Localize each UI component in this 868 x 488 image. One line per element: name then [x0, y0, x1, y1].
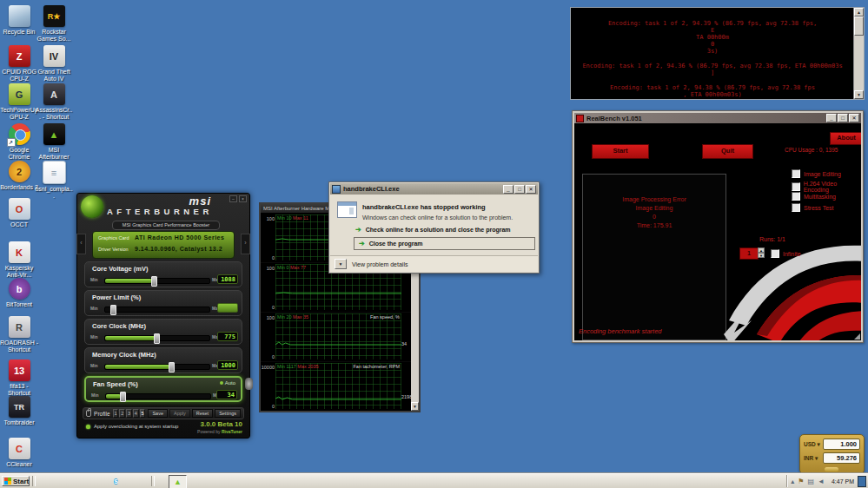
- quit-button[interactable]: Quit: [702, 144, 753, 159]
- option-label: Check online for a solution and close th…: [366, 227, 511, 233]
- desktop-icon-chrome[interactable]: ↗ Google Chrome: [0, 123, 38, 161]
- fan-auto-button[interactable]: Auto: [220, 380, 235, 386]
- currency-to-select[interactable]: INR ▾: [804, 455, 823, 462]
- minimize-icon[interactable]: –: [229, 195, 237, 202]
- power-limit-slider[interactable]: [104, 307, 210, 313]
- console-line: Encoding: task 1 of 2, 94.36 % (86.79 fp…: [571, 63, 854, 69]
- desktop-icon-label: AssassinsCr... - Shortcut: [35, 107, 73, 121]
- profile-2-button[interactable]: 2: [119, 409, 125, 418]
- media-player-icon[interactable]: [51, 476, 63, 486]
- desktop-icon-bittorrent[interactable]: b BitTorrent: [0, 278, 38, 308]
- skin-right-tab[interactable]: ›: [241, 234, 250, 254]
- check-online-option[interactable]: ➔ Check online for a solution and close …: [355, 226, 511, 234]
- desktop-icon-tombraider[interactable]: TR Tombraider: [0, 396, 38, 426]
- skin-scroll-knob[interactable]: [245, 378, 253, 390]
- desktop-icon-kaspersky[interactable]: K Kaspersky Anti-Vir...: [0, 241, 38, 279]
- startup-checkbox[interactable]: Apply overclocking at system startup: [86, 424, 178, 429]
- scale-top: 100: [261, 216, 275, 221]
- details-expander-button[interactable]: ▼: [335, 259, 347, 269]
- action-center-flag-icon[interactable]: ⚑: [798, 478, 804, 485]
- rog-eye-logo-icon: [722, 223, 861, 340]
- checkbox-stress-test[interactable]: Stress Test: [792, 203, 834, 212]
- media-classic-icon[interactable]: [96, 476, 107, 486]
- desktop-icon-occt[interactable]: O OCCT: [0, 198, 38, 228]
- profile-1-button[interactable]: 1: [113, 409, 119, 418]
- desktop-icon-borderlands2[interactable]: 2 Borderlands 2: [0, 161, 38, 191]
- close-icon[interactable]: ✕: [526, 185, 536, 194]
- desktop-icon-bsnl-doc[interactable]: ≡ bsnl_compla...: [35, 161, 73, 200]
- chrome-icon: ↗: [9, 123, 30, 145]
- start-button[interactable]: Start: [2, 476, 30, 486]
- profile-5-button[interactable]: 5: [140, 409, 146, 418]
- clock[interactable]: 4:47 PM: [832, 478, 854, 485]
- checkbox-multitasking[interactable]: Multitasking: [792, 192, 836, 201]
- realbench-titlebar[interactable]: RealBench v1.051 _ □ ✕: [574, 113, 861, 123]
- reset-button[interactable]: Reset: [192, 409, 213, 418]
- desktop-icon-rockstar[interactable]: R★ Rockstar Games So...: [35, 5, 73, 43]
- dialog-titlebar[interactable]: handbrakeCLI.exe _ □ ✕: [330, 183, 538, 195]
- checkbox-infinite[interactable]: Infinite: [771, 249, 801, 258]
- afterburner-version: 3.0.0 Beta 10: [201, 420, 242, 428]
- desktop-icon-cpuz-rog[interactable]: Z CPUID ROG CPU-Z: [0, 45, 38, 82]
- console-scrollbar[interactable]: ▲ ▼: [853, 8, 864, 99]
- runs-input[interactable]: 1: [739, 247, 759, 260]
- save-button[interactable]: Save: [148, 409, 168, 418]
- spin-down-icon[interactable]: ▼: [758, 253, 765, 258]
- fan-speed-slider[interactable]: [105, 393, 211, 399]
- firefox-icon[interactable]: [66, 476, 77, 486]
- skin-left-tab[interactable]: ‹: [76, 234, 86, 254]
- afterburner-subtitle: MSI Graphics Card Performance Booster: [112, 221, 220, 230]
- checkbox-h264[interactable]: H.264 Video Encoding: [792, 181, 861, 193]
- afterburner-quicklaunch-icon[interactable]: [139, 476, 150, 486]
- desktop-icon-assassins[interactable]: A AssassinsCr... - Shortcut: [35, 83, 73, 121]
- core-clock-slider[interactable]: [104, 335, 210, 341]
- desktop-icon-recycle-bin[interactable]: Recycle Bin: [0, 5, 38, 36]
- memory-clock-slider[interactable]: [104, 364, 210, 370]
- start-button[interactable]: Start: [592, 144, 649, 159]
- settings-button[interactable]: Settings: [215, 409, 241, 418]
- resize-grip[interactable]: [854, 333, 860, 340]
- dialog-app-icon: [332, 185, 341, 194]
- power-limit-group: Power Limit (%) Min Max: [84, 290, 242, 316]
- lock-icon[interactable]: [86, 410, 91, 417]
- network-icon[interactable]: ▤: [807, 478, 814, 485]
- chrome-icon[interactable]: [81, 476, 92, 486]
- currency-to-value[interactable]: 59.276: [823, 452, 860, 464]
- desktop-icon-ccleaner[interactable]: C CCleaner: [0, 438, 38, 468]
- language-indicator[interactable]: [858, 476, 866, 487]
- apply-button[interactable]: Apply: [169, 409, 190, 418]
- desktop-icon-roadrash[interactable]: R ROADRASH - Shortcut: [0, 316, 38, 353]
- driver-label: Driver Version: [98, 247, 135, 252]
- profile-3-button[interactable]: 3: [126, 409, 132, 418]
- desktop-icon-label: Borderlands 2: [0, 184, 38, 191]
- notepad-icon[interactable]: [155, 476, 166, 486]
- close-icon[interactable]: ✕: [849, 114, 859, 122]
- minimize-icon[interactable]: _: [503, 185, 514, 194]
- currency-from-select[interactable]: USD ▾: [804, 441, 823, 448]
- skype-icon[interactable]: S: [110, 476, 122, 486]
- volume-icon[interactable]: ◄: [818, 478, 825, 485]
- currency-from-value[interactable]: 1.000: [823, 439, 860, 450]
- profile-4-button[interactable]: 4: [133, 409, 139, 418]
- runs-spinner[interactable]: ▲ ▼: [758, 247, 765, 258]
- checkbox-image-editing[interactable]: Image Editing: [792, 169, 841, 178]
- active-task-button[interactable]: ▲: [169, 475, 187, 488]
- desktop-icon-label: MSI Afterburner: [35, 147, 73, 161]
- close-program-option[interactable]: ➔ Close the program: [354, 237, 535, 250]
- desktop-icon-gpuz[interactable]: G TechPowerUp GPU-Z: [0, 83, 38, 121]
- desktop-icon-fifa13[interactable]: 13 fifa13 - Shortcut: [0, 359, 38, 397]
- close-icon[interactable]: ×: [239, 195, 247, 202]
- widget-handle[interactable]: [825, 467, 838, 472]
- maximize-icon[interactable]: □: [514, 185, 525, 194]
- desktop-icon-afterburner[interactable]: ▲ MSI Afterburner: [35, 123, 73, 161]
- tray-expand-icon[interactable]: ▴: [791, 478, 794, 485]
- about-button[interactable]: About: [830, 132, 861, 145]
- explorer-icon[interactable]: [125, 476, 136, 486]
- minimize-icon[interactable]: _: [826, 114, 837, 122]
- panel-line: Image Processing Error: [583, 195, 726, 204]
- maximize-icon[interactable]: □: [838, 114, 848, 122]
- show-desktop-icon[interactable]: [36, 476, 48, 486]
- core-voltage-group: Core Voltage (mV) Min Max 1088: [84, 261, 242, 287]
- desktop-icon-gta4[interactable]: IV Grand Theft Auto IV: [35, 45, 73, 82]
- core-voltage-slider[interactable]: [104, 278, 210, 284]
